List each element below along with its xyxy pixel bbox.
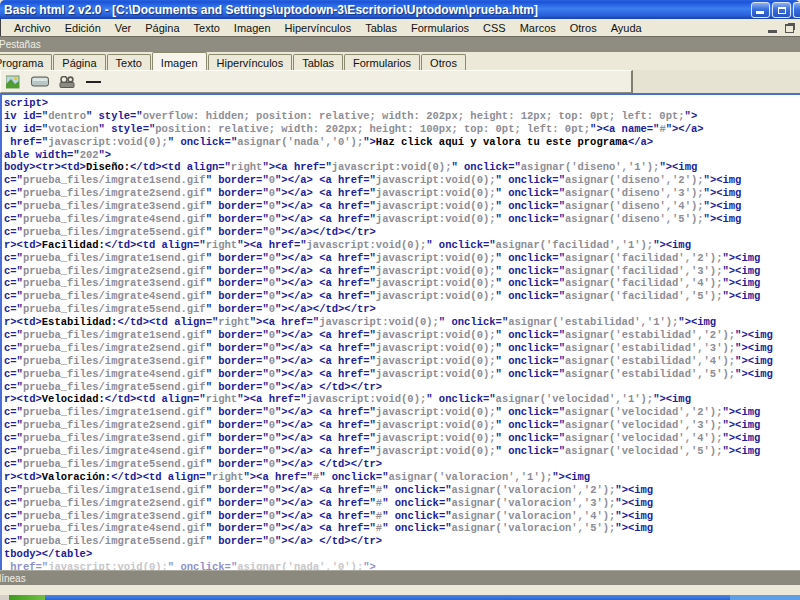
code-line: c="prueba_files/imgrate2send.gif" border… [4, 342, 800, 355]
close-button[interactable] [793, 2, 800, 18]
tab-hipervínculos[interactable]: Hipervínculos [208, 54, 293, 70]
code-line: c="prueba_files/imgrate1send.gif" border… [4, 252, 800, 265]
code-line-clipped: href="javascript:void(0);" onclick="asig… [4, 561, 800, 570]
code-line: c="prueba_files/imgrate2send.gif" border… [4, 265, 800, 278]
taskbar-edge [0, 595, 9, 600]
code-line: c="prueba_files/imgrate2send.gif" border… [4, 419, 800, 432]
toolbar-caption: Pestañas [0, 39, 41, 50]
menu-imagen[interactable]: Imagen [227, 20, 278, 36]
code-lines: script>iv id="dentro" style="overflow: h… [2, 95, 800, 570]
menu-formularios[interactable]: Formularios [404, 20, 476, 36]
code-line: c="prueba_files/imgrate3send.gif" border… [4, 355, 800, 368]
app-window: { "window": { "title": "Basic html 2 v2.… [0, 0, 800, 600]
code-line: r><td>Estabilidad:</td><td align="right"… [4, 316, 800, 329]
window-controls [751, 2, 800, 18]
code-line: c="prueba_files/imgrate1send.gif" border… [4, 484, 800, 497]
code-line: c="prueba_files/imgrate3send.gif" border… [4, 510, 800, 523]
code-line: iv id="votacion" style="position: relati… [4, 123, 800, 136]
code-line: r><td>Valoración:</td><td align="right">… [4, 471, 800, 484]
taskbar-main [45, 595, 730, 600]
menu-marcos[interactable]: Marcos [513, 20, 563, 36]
code-line: body><tr><td>Diseño:</td><td align="righ… [4, 161, 800, 174]
code-line: r><td>Facilidad:</td><td align="right"><… [4, 239, 800, 252]
tab-texto[interactable]: Texto [107, 54, 151, 70]
toolbar-caption-bar: Pestañas [0, 36, 800, 52]
code-line: c="prueba_files/imgrate4send.gif" border… [4, 213, 800, 226]
tab-programa[interactable]: Programa [0, 54, 52, 70]
title-bar[interactable]: Basic html 2 v2.0 - [C:\Documents and Se… [0, 0, 800, 19]
toolbar-row [0, 70, 800, 93]
restore-button[interactable] [772, 2, 791, 18]
code-line: c="prueba_files/imgrate2send.gif" border… [4, 187, 800, 200]
button-icon[interactable] [31, 74, 49, 90]
tab-página[interactable]: Página [53, 54, 105, 70]
desktop-taskbar [0, 595, 800, 600]
code-line: c="prueba_files/imgrate5send.gif" border… [4, 381, 800, 394]
window-title: Basic html 2 v2.0 - [C:\Documents and Se… [4, 3, 538, 17]
code-line: c="prueba_files/imgrate5send.gif" border… [4, 458, 800, 471]
code-line: c="prueba_files/imgrate1send.gif" border… [4, 329, 800, 342]
code-line: iv id="dentro" style="overflow: hidden; … [4, 110, 800, 123]
image-icon[interactable] [4, 74, 22, 90]
code-line: c="prueba_files/imgrate2send.gif" border… [4, 497, 800, 510]
code-line: c="prueba_files/imgrate4send.gif" border… [4, 522, 800, 535]
mdi-restore-icon[interactable] [785, 24, 794, 33]
minimize-button[interactable] [751, 2, 770, 18]
code-line: c="prueba_files/imgrate4send.gif" border… [4, 290, 800, 303]
menu-otros[interactable]: Otros [563, 20, 604, 36]
menu-edición[interactable]: Edición [58, 20, 108, 36]
code-line: c="prueba_files/imgrate5send.gif" border… [4, 535, 800, 548]
status-bar: líneas [0, 570, 800, 585]
menu-hipervínculos[interactable]: Hipervínculos [278, 20, 359, 36]
restore-icon [778, 7, 786, 14]
mdi-minimize-icon[interactable] [768, 30, 777, 33]
menu-archivo[interactable]: Archivo [7, 20, 58, 36]
tab-tablas[interactable]: Tablas [293, 54, 343, 70]
horizontal-rule-icon[interactable] [85, 74, 103, 90]
tab-otros[interactable]: Otros [421, 54, 466, 70]
code-line: tbody></table> [4, 548, 800, 561]
minimize-icon [756, 11, 764, 14]
status-line-count: líneas [0, 573, 26, 584]
menu-css[interactable]: CSS [476, 20, 513, 36]
code-line: script> [4, 97, 800, 110]
menu-texto[interactable]: Texto [187, 20, 227, 36]
camera-icon[interactable] [58, 74, 76, 90]
start-button[interactable] [9, 595, 45, 600]
tab-strip: ProgramaPáginaTextoImagenHipervínculosTa… [0, 52, 800, 70]
code-line: c="prueba_files/imgrate3send.gif" border… [4, 200, 800, 213]
menu-página[interactable]: Página [138, 20, 186, 36]
code-line: c="prueba_files/imgrate5send.gif" border… [4, 303, 800, 316]
mdi-window-controls [768, 22, 794, 33]
window-bottom-strip [0, 585, 800, 595]
code-line: c="prueba_files/imgrate5send.gif" border… [4, 226, 800, 239]
code-line: c="prueba_files/imgrate4send.gif" border… [4, 368, 800, 381]
menu-ver[interactable]: Ver [108, 20, 139, 36]
code-line: r><td>Velocidad:</td><td align="right"><… [4, 393, 800, 406]
code-line: c="prueba_files/imgrate1send.gif" border… [4, 406, 800, 419]
taskbar-tray [730, 595, 800, 600]
code-line: able width="202"> [4, 149, 800, 162]
tab-formularios[interactable]: Formularios [344, 54, 420, 70]
code-line: c="prueba_files/imgrate4send.gif" border… [4, 445, 800, 458]
code-line: href="javascript:void(0);" onclick="asig… [4, 136, 800, 149]
menu-ayuda[interactable]: Ayuda [604, 20, 649, 36]
code-line: c="prueba_files/imgrate3send.gif" border… [4, 277, 800, 290]
tab-imagen[interactable]: Imagen [152, 52, 207, 70]
tabs: ProgramaPáginaTextoImagenHipervínculosTa… [0, 52, 467, 70]
menu-bar: ArchivoEdiciónVerPáginaTextoImagenHiperv… [0, 19, 800, 36]
code-editor[interactable]: script>iv id="dentro" style="overflow: h… [0, 93, 800, 570]
code-line: c="prueba_files/imgrate1send.gif" border… [4, 174, 800, 187]
menu-tablas[interactable]: Tablas [358, 20, 404, 36]
code-line: c="prueba_files/imgrate3send.gif" border… [4, 432, 800, 445]
toolbar [0, 70, 633, 93]
